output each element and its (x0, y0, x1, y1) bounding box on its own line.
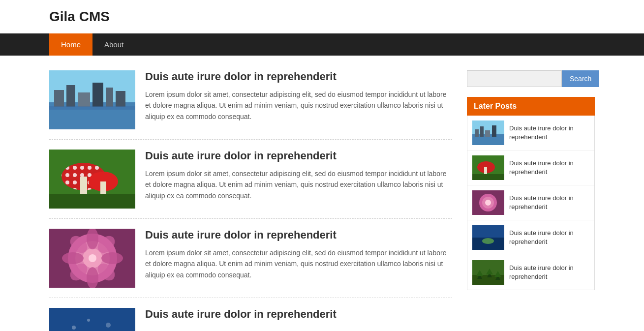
svg-rect-6 (106, 88, 113, 107)
search-input[interactable] (467, 70, 562, 87)
site-title: Gila CMS (0, 0, 644, 33)
svg-point-37 (87, 319, 90, 322)
svg-point-25 (101, 252, 123, 264)
later-post-title: Duis aute irure dolor in reprehenderit (509, 264, 589, 281)
svg-point-23 (87, 267, 98, 288)
list-item[interactable]: Duis aute irure dolor in reprehenderit (467, 150, 594, 185)
post-thumbnail (49, 70, 135, 129)
post-body: Duis aute irure dolor in reprehenderit L… (145, 70, 452, 129)
svg-rect-44 (492, 125, 496, 137)
svg-rect-43 (485, 130, 490, 137)
svg-point-38 (106, 323, 111, 328)
post-body: Duis aute irure dolor in reprehenderit L… (145, 150, 452, 209)
later-post-title: Duis aute irure dolor in reprehenderit (509, 124, 589, 142)
later-posts-header: Later Posts (467, 97, 595, 116)
sidebar: Search Later Posts Duis aute irure dolo (467, 70, 595, 331)
post-title[interactable]: Duis aute irure dolor in reprehenderit (145, 229, 452, 241)
list-item[interactable]: Duis aute irure dolor in reprehenderit (467, 220, 594, 255)
svg-rect-4 (78, 92, 90, 107)
page-wrapper: Duis aute irure dolor in reprehenderit L… (0, 56, 644, 331)
svg-point-55 (482, 238, 494, 244)
later-post-thumbnail (472, 225, 504, 250)
nav-item-about[interactable]: About (92, 33, 135, 56)
post-excerpt: Lorem ipsum dolor sit amet, consectetur … (145, 89, 452, 122)
svg-rect-16 (49, 194, 135, 209)
post-item: Duis aute irure dolor in reprehenderit L… (49, 70, 452, 140)
svg-rect-48 (472, 174, 504, 180)
search-button[interactable]: Search (562, 70, 599, 87)
post-item: Duis aute irure dolor in reprehenderit L… (49, 219, 452, 298)
svg-rect-13 (80, 177, 87, 194)
svg-rect-42 (480, 126, 484, 137)
list-item[interactable]: Duis aute irure dolor in reprehenderit (467, 116, 594, 150)
svg-rect-47 (484, 167, 487, 175)
later-post-thumbnail (472, 260, 504, 285)
later-posts-list: Duis aute irure dolor in reprehenderit D… (467, 116, 595, 290)
search-box: Search (467, 70, 595, 87)
svg-point-24 (62, 252, 84, 264)
svg-rect-2 (54, 90, 64, 107)
later-post-thumbnail (472, 120, 504, 145)
list-item[interactable]: Duis aute irure dolor in reprehenderit (467, 185, 594, 220)
post-item: Duis aute irure dolor in reprehenderit L… (49, 140, 452, 219)
nav-item-home[interactable]: Home (49, 33, 92, 56)
svg-rect-41 (475, 129, 479, 137)
post-item: Duis aute irure dolor in reprehenderit (49, 298, 452, 331)
post-excerpt: Lorem ipsum dolor sit amet, consectetur … (145, 168, 452, 201)
svg-rect-30 (49, 308, 135, 331)
post-body: Duis aute irure dolor in reprehenderit (145, 308, 452, 331)
svg-point-36 (72, 326, 76, 330)
later-post-thumbnail (472, 190, 504, 215)
svg-rect-3 (66, 85, 75, 107)
post-title[interactable]: Duis aute irure dolor in reprehenderit (145, 70, 452, 83)
post-title[interactable]: Duis aute irure dolor in reprehenderit (145, 150, 452, 162)
main-nav: Home About (0, 33, 644, 56)
later-post-title: Duis aute irure dolor in reprehenderit (509, 159, 589, 177)
svg-point-21 (89, 254, 96, 262)
later-post-title: Duis aute irure dolor in reprehenderit (509, 229, 589, 246)
post-thumbnail (49, 229, 135, 288)
post-thumbnail (49, 150, 135, 209)
later-post-title: Duis aute irure dolor in reprehenderit (509, 194, 589, 211)
svg-rect-15 (100, 181, 106, 194)
main-content: Duis aute irure dolor in reprehenderit L… (49, 70, 452, 331)
svg-point-22 (87, 229, 98, 249)
svg-rect-5 (92, 83, 103, 107)
post-body: Duis aute irure dolor in reprehenderit L… (145, 229, 452, 288)
svg-rect-8 (49, 106, 135, 110)
svg-rect-7 (116, 91, 125, 107)
svg-point-52 (485, 200, 491, 206)
list-item[interactable]: Duis aute irure dolor in reprehenderit (467, 255, 594, 290)
post-thumbnail (49, 308, 135, 331)
post-title[interactable]: Duis aute irure dolor in reprehenderit (145, 308, 452, 321)
later-post-thumbnail (472, 155, 504, 180)
post-excerpt: Lorem ipsum dolor sit amet, consectetur … (145, 247, 452, 280)
